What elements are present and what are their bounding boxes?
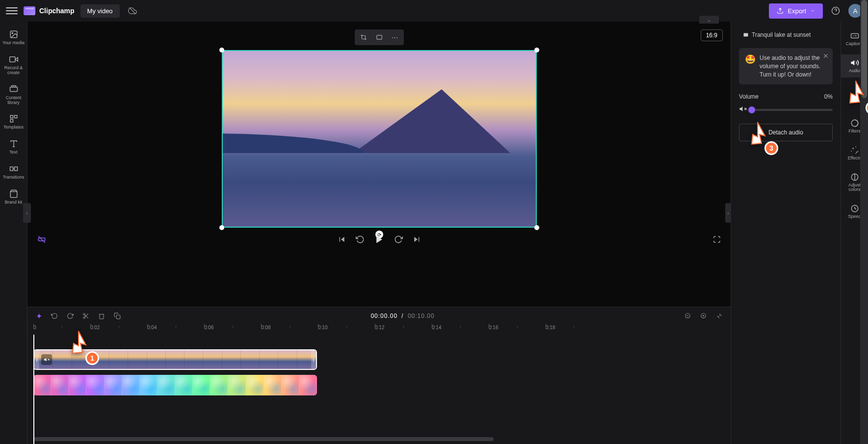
- cloud-sync-off-icon[interactable]: [126, 4, 139, 18]
- timeline-scrollbar[interactable]: [33, 437, 731, 441]
- topbar-left: Clipchamp My video: [6, 4, 139, 18]
- audio-clip[interactable]: [33, 375, 317, 395]
- help-button[interactable]: [829, 4, 842, 18]
- brand-kit-icon: [9, 189, 19, 199]
- canvas-wrap: ⟳: [222, 50, 537, 228]
- sidebar-item-content-library[interactable]: Content library: [0, 80, 27, 109]
- sidebar-item-label: Brand kit: [5, 200, 23, 205]
- zoom-in-button[interactable]: [698, 311, 709, 321]
- video-track[interactable]: [33, 349, 731, 372]
- selected-clip-chip[interactable]: Tranquil lake at sunset: [739, 29, 815, 40]
- preview-area: ⋯ 16:9 ⟳: [27, 22, 731, 307]
- delete-button[interactable]: [96, 311, 107, 321]
- ruler-tick: 0: [33, 325, 36, 330]
- timeline-tracks: [33, 335, 731, 444]
- svg-marker-22: [341, 237, 344, 242]
- rewind-5s-button[interactable]: [356, 235, 365, 246]
- sidebar-item-label: Record & create: [1, 66, 26, 76]
- fullscreen-button[interactable]: [713, 235, 721, 245]
- volume-value: 0%: [824, 93, 833, 100]
- zoom-fit-button[interactable]: [714, 311, 725, 321]
- timeline-ruler[interactable]: 00:020:040:060:080:100:120:140:160:18: [33, 325, 731, 335]
- audio-tip-box: 🤩 Use audio to adjust the volume of your…: [739, 48, 833, 84]
- svg-marker-37: [44, 358, 47, 362]
- right-panel-collapse-button[interactable]: ›: [725, 203, 731, 223]
- playhead[interactable]: [33, 335, 34, 444]
- clip-trim-left[interactable]: [34, 350, 39, 369]
- volume-label: Volume: [739, 93, 759, 100]
- aspect-ratio-badge[interactable]: 16:9: [701, 29, 723, 41]
- menu-button[interactable]: [6, 5, 18, 17]
- sidebar-item-record[interactable]: Record & create: [0, 51, 27, 79]
- clip-trim-right[interactable]: [311, 350, 316, 369]
- svg-marker-41: [739, 107, 742, 111]
- svg-line-0: [129, 7, 136, 14]
- rt-label: Speed: [848, 214, 861, 219]
- transitions-icon: [9, 164, 19, 174]
- brand-logo[interactable]: Clipchamp: [24, 6, 75, 15]
- project-title[interactable]: My video: [80, 4, 120, 18]
- video-frame: [223, 51, 536, 227]
- play-button[interactable]: [374, 235, 384, 246]
- mute-icon[interactable]: [739, 105, 747, 115]
- detach-audio-button[interactable]: Detach audio: [739, 124, 833, 141]
- brand-name: Clipchamp: [39, 7, 75, 15]
- sidebar-item-templates[interactable]: Templates: [0, 110, 27, 134]
- effects-icon: [850, 146, 859, 155]
- window-scrollbar[interactable]: [860, 0, 868, 444]
- ruler-tick: 0:14: [432, 325, 441, 330]
- magic-tool-button[interactable]: ✦: [33, 311, 44, 321]
- video-clip[interactable]: [33, 349, 317, 370]
- svg-rect-8: [10, 87, 17, 91]
- resize-handle-tl[interactable]: [219, 48, 224, 52]
- volume-header: Volume 0%: [739, 93, 833, 100]
- redo-button[interactable]: [65, 311, 76, 321]
- highlight-clip-button[interactable]: [37, 235, 46, 246]
- undo-button[interactable]: [49, 311, 60, 321]
- volume-slider[interactable]: [752, 109, 833, 111]
- crop-button[interactable]: [357, 31, 370, 43]
- forward-5s-button[interactable]: [394, 235, 403, 246]
- templates-icon: [9, 114, 19, 124]
- fit-button[interactable]: [372, 31, 386, 43]
- duplicate-button[interactable]: [112, 311, 123, 321]
- tip-close-button[interactable]: ✕: [823, 52, 829, 60]
- preview-canvas[interactable]: [222, 50, 537, 228]
- zoom-out-button[interactable]: [683, 311, 693, 321]
- svg-rect-40: [744, 33, 748, 37]
- right-panel: Tranquil lake at sunset 🤩 Use audio to a…: [731, 22, 841, 444]
- audio-track[interactable]: [33, 375, 731, 397]
- sidebar-item-label: Text: [9, 150, 18, 155]
- rt-label: Audio: [849, 69, 860, 74]
- svg-marker-45: [851, 60, 854, 66]
- volume-slider-thumb[interactable]: [748, 106, 755, 113]
- resize-handle-tr[interactable]: [534, 48, 539, 52]
- top-bar: Clipchamp My video Export A: [0, 0, 868, 22]
- sidebar-item-label: Content library: [1, 96, 26, 105]
- ruler-tick: 0:06: [204, 325, 213, 330]
- topbar-right: Export A: [769, 3, 862, 19]
- speed-icon: [850, 204, 859, 213]
- ruler-tick: 0:08: [261, 325, 270, 330]
- svg-rect-10: [10, 116, 13, 118]
- skip-forward-button[interactable]: [413, 235, 421, 245]
- export-label: Export: [788, 7, 806, 15]
- timeline-collapse-button[interactable]: ⌄: [699, 16, 719, 24]
- sidebar-item-text[interactable]: Text: [0, 135, 27, 159]
- sidebar-item-transitions[interactable]: Transitions: [0, 160, 27, 184]
- left-sidebar: Your media Record & create Content libra…: [0, 22, 27, 444]
- more-button[interactable]: ⋯: [388, 31, 402, 43]
- sidebar-item-label: Templates: [3, 125, 24, 130]
- clip-thumbnails: [34, 350, 316, 369]
- sidebar-item-your-media[interactable]: Your media: [0, 26, 27, 50]
- current-time: 00:00.00: [370, 313, 397, 319]
- export-button[interactable]: Export: [769, 3, 823, 19]
- svg-marker-6: [15, 57, 18, 61]
- split-button[interactable]: [80, 311, 91, 321]
- clip-mute-icon[interactable]: [41, 354, 52, 365]
- ruler-tick: 0:12: [375, 325, 384, 330]
- skip-back-button[interactable]: [338, 235, 346, 245]
- tip-text: Use audio to adjust the volume of your s…: [760, 54, 827, 78]
- time-separator: /: [401, 313, 403, 319]
- text-icon: [9, 139, 19, 149]
